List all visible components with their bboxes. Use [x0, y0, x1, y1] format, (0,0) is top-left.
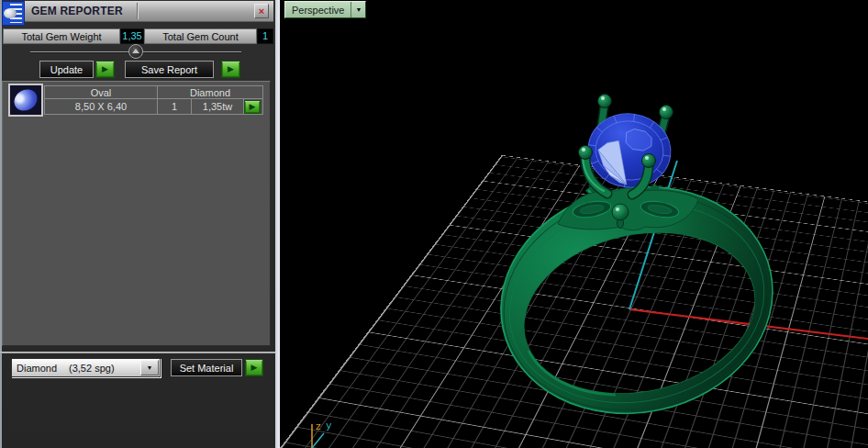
- gem-weight-cell: 1,35tw: [192, 99, 244, 115]
- gem-count-cell: 1: [158, 99, 192, 115]
- pearl-icon: [4, 8, 17, 18]
- save-report-run-button[interactable]: ▶: [221, 61, 240, 78]
- total-gem-weight-value: 1,35: [120, 28, 144, 44]
- gem-reporter-icon: [2, 1, 25, 26]
- bottom-separator: [0, 352, 275, 353]
- gem-reporter-panel: GEM REPORTER × Total Gem Weight 1,35 Tot…: [0, 0, 280, 448]
- viewport-menu-button[interactable]: ▼: [351, 2, 365, 17]
- play-icon: ▶: [228, 65, 234, 73]
- total-gem-count-value: 1: [257, 28, 273, 44]
- update-run-button[interactable]: ▶: [95, 61, 115, 78]
- axis-indicator: z y: [312, 420, 332, 448]
- oval-gem-icon: [10, 85, 41, 115]
- update-button[interactable]: Update: [39, 61, 94, 78]
- viewport-title-tab[interactable]: Perspective ▼: [284, 1, 366, 18]
- viewport-3d[interactable]: z y Perspective ▼: [280, 0, 868, 448]
- gem-thumbnail: [8, 84, 43, 117]
- material-name: Diamond: [17, 363, 57, 374]
- set-material-run-button[interactable]: ▶: [245, 359, 263, 376]
- gem-row-action-cell: ▶: [244, 99, 263, 115]
- gem-dimensions-cell: 8,50 X 6,40: [45, 99, 158, 115]
- panel-title: GEM REPORTER: [31, 5, 123, 17]
- gem-list-panel: Oval Diamond 8,50 X 6,40 1 1,35tw ▶: [2, 81, 271, 346]
- gem-reporter-app: GEM REPORTER × Total Gem Weight 1,35 Tot…: [0, 0, 868, 448]
- viewport-title: Perspective: [285, 5, 351, 16]
- ring-model-scene: z y: [280, 0, 868, 448]
- titlebar-divider: [137, 3, 139, 19]
- y-axis-label: y: [326, 420, 332, 431]
- save-report-button[interactable]: Save Report: [125, 61, 214, 78]
- gem-row-run-button[interactable]: ▶: [244, 100, 261, 114]
- chevron-down-icon: ▼: [356, 6, 362, 13]
- gem-table: Oval Diamond 8,50 X 6,40 1 1,35tw ▶: [44, 85, 263, 115]
- z-axis-label: z: [316, 420, 321, 432]
- material-density: (3,52 spg): [69, 363, 115, 374]
- close-icon: ×: [259, 6, 264, 17]
- chevron-down-icon: ▼: [147, 364, 153, 371]
- gem-material-cell: Diamond: [158, 86, 263, 99]
- total-gem-count-label: Total Gem Count: [144, 28, 257, 44]
- slider-knob-arrow-icon: [132, 49, 139, 53]
- gem-shape-cell: Oval: [45, 86, 158, 99]
- close-button[interactable]: ×: [254, 4, 269, 18]
- total-gem-weight-label: Total Gem Weight: [3, 28, 120, 44]
- slider-knob[interactable]: [128, 44, 143, 59]
- set-material-button[interactable]: Set Material: [171, 359, 242, 376]
- dropdown-arrow-button[interactable]: ▼: [140, 360, 159, 375]
- play-icon: ▶: [251, 364, 258, 372]
- material-dropdown[interactable]: Diamond (3,52 spg) ▼: [11, 358, 161, 377]
- play-icon: ▶: [250, 103, 256, 111]
- play-icon: ▶: [102, 65, 108, 73]
- titlebar[interactable]: GEM REPORTER ×: [2, 1, 273, 22]
